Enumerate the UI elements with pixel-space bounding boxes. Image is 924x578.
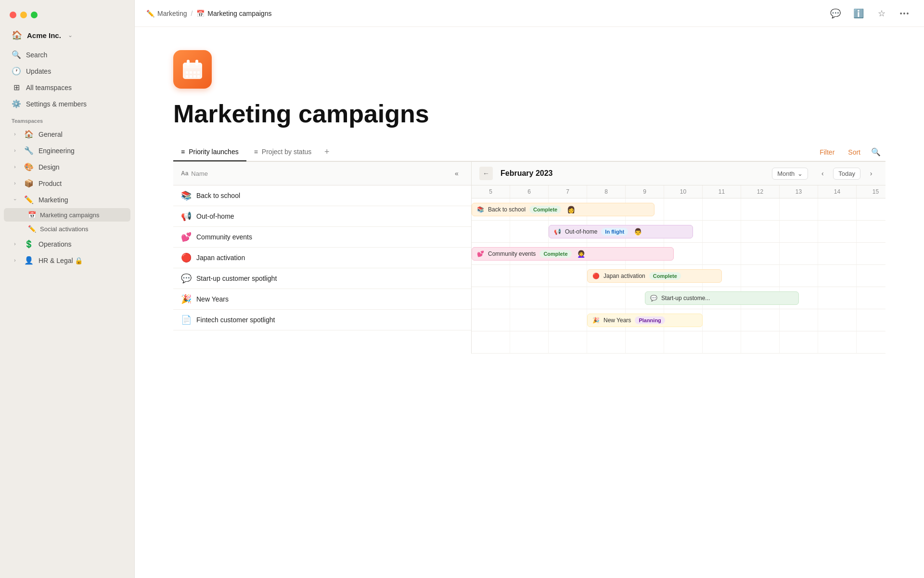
row-label: Japan activation: [196, 254, 463, 262]
palette-icon: 🎨: [24, 162, 34, 171]
sidebar-item-label: Search: [26, 51, 47, 59]
filter-button[interactable]: Filter: [814, 145, 840, 159]
timeline-cell: [857, 309, 886, 331]
svg-rect-5: [190, 71, 192, 74]
sidebar-item-updates[interactable]: 🕐 Updates: [4, 63, 130, 79]
page-icon[interactable]: [173, 50, 212, 89]
sidebar-item-design[interactable]: › 🎨 Design: [4, 159, 130, 175]
name-col-icon: Aa: [181, 170, 188, 177]
workspace-chevron-icon: ⌄: [68, 32, 73, 39]
gantt-row[interactable]: 📚 Back to school: [173, 185, 471, 206]
sidebar-item-operations[interactable]: › 💲 Operations: [4, 236, 130, 252]
sidebar-item-social-activations[interactable]: ✏️ Social activations: [4, 222, 130, 236]
sidebar-item-product[interactable]: › 📦 Product: [4, 175, 130, 191]
gantt-row[interactable]: 📢 Out-of-home: [173, 206, 471, 227]
expand-icon: ›: [12, 258, 18, 263]
breadcrumb-current[interactable]: 📅 Marketing campaigns: [196, 10, 271, 17]
svg-rect-11: [197, 75, 200, 78]
row-label: New Years: [196, 295, 463, 303]
clock-icon: 🕐: [12, 66, 21, 76]
sidebar-item-settings[interactable]: ⚙️ Settings & members: [4, 96, 130, 112]
timeline-cell: [741, 198, 780, 220]
gantt-list-panel: Aa Name « 📚 Back to school 📢 Out-of-home…: [173, 162, 472, 354]
sidebar-item-label: Updates: [26, 67, 51, 75]
timeline-cell: [818, 243, 857, 264]
teamspaces-list: › 🏠 General › 🔧 Engineering › 🎨 Design ›…: [0, 126, 134, 269]
traffic-light-red[interactable]: [10, 12, 16, 18]
traffic-light-yellow[interactable]: [20, 12, 27, 18]
gantt-bar-japan[interactable]: 🔴 Japan activation Complete: [587, 269, 722, 283]
gantt-bar-out-of-home[interactable]: 📢 Out-of-home In flight 👨: [549, 225, 693, 238]
info-button[interactable]: ℹ️: [851, 6, 866, 21]
gantt-bar-community-events[interactable]: 💕 Community events Complete 👩‍🦱: [472, 247, 674, 261]
breadcrumb-parent-label: Marketing: [157, 10, 187, 17]
wrench-icon: 🔧: [24, 146, 34, 155]
collapse-panel-button[interactable]: «: [450, 167, 463, 180]
timeline-prev-button[interactable]: ‹: [816, 167, 829, 180]
gantt-bar-startup[interactable]: 💬 Start-up custome...: [645, 291, 799, 305]
tab-label: Priority launches: [189, 148, 239, 156]
bar-icon: 🎉: [592, 317, 600, 324]
today-button[interactable]: Today: [833, 168, 860, 180]
sidebar-item-engineering[interactable]: › 🔧 Engineering: [4, 143, 130, 158]
timeline-back-button[interactable]: ←: [479, 167, 493, 180]
tab-icon: ≡: [254, 148, 258, 156]
timeline-next-button[interactable]: ›: [864, 167, 878, 180]
view-mode-chevron-icon: ⌄: [797, 170, 803, 177]
workspace-selector[interactable]: 🏠 Acme Inc. ⌄: [4, 26, 130, 44]
add-tab-button[interactable]: +: [319, 144, 334, 160]
sidebar-item-label: Marketing: [38, 196, 68, 204]
sidebar-item-all-teamspaces[interactable]: ⊞ All teamspaces: [4, 79, 130, 95]
sidebar-item-label: All teamspaces: [26, 84, 72, 92]
svg-rect-10: [193, 75, 196, 78]
row-icon: 💬: [181, 273, 192, 284]
sidebar-item-hr-legal[interactable]: › 👤 HR & Legal 🔒: [4, 252, 130, 268]
row-label: Back to school: [196, 192, 463, 199]
timeline-cell: [818, 331, 857, 353]
timeline-cell: [472, 287, 510, 309]
gantt-row[interactable]: 💬 Start-up customer spotlight: [173, 268, 471, 289]
timeline-cell: [510, 221, 549, 242]
sidebar-item-marketing-campaigns[interactable]: 📅 Marketing campaigns: [4, 208, 130, 222]
date-cell: 12: [741, 185, 780, 198]
gantt-bar-new-years[interactable]: 🎉 New Years Planning: [587, 314, 703, 327]
gantt-row[interactable]: 🎉 New Years: [173, 289, 471, 310]
timeline-cell: [780, 309, 818, 331]
page-title: Marketing campaigns: [173, 100, 886, 128]
tab-project-by-status[interactable]: ≡ Project by status: [246, 143, 320, 161]
gantt-row[interactable]: 💕 Community events: [173, 227, 471, 248]
workspace-icon: 🏠: [12, 30, 22, 40]
date-row: 5 6 7 8 9 10 11 12 13 14 15: [472, 185, 886, 198]
sidebar-nav: 🔍 Search 🕐 Updates ⊞ All teamspaces ⚙️ S…: [0, 46, 134, 112]
bar-icon: 🔴: [592, 273, 600, 279]
sort-button[interactable]: Sort: [842, 145, 866, 159]
sidebar-item-search[interactable]: 🔍 Search: [4, 47, 130, 63]
row-label: Start-up customer spotlight: [196, 275, 463, 282]
row-label: Community events: [196, 233, 463, 241]
sidebar-item-marketing[interactable]: › ✏️ Marketing: [4, 192, 130, 208]
traffic-light-green[interactable]: [31, 12, 38, 18]
workspace-name: Acme Inc.: [27, 31, 61, 39]
breadcrumb-parent[interactable]: ✏️ Marketing: [146, 10, 187, 17]
star-button[interactable]: ☆: [874, 6, 889, 21]
timeline-cell: [780, 331, 818, 353]
status-badge: In flight: [601, 228, 628, 236]
svg-rect-7: [197, 71, 200, 74]
more-button[interactable]: •••: [897, 6, 912, 21]
gantt-row[interactable]: 🔴 Japan activation: [173, 248, 471, 268]
sidebar-item-label: Settings & members: [26, 100, 87, 108]
date-cell: 5: [472, 185, 510, 198]
date-cell: 13: [780, 185, 818, 198]
gantt-bar-back-to-school[interactable]: 📚 Back to school Complete 👩: [472, 203, 654, 216]
view-mode-selector[interactable]: Month ⌄: [772, 168, 808, 180]
status-badge: Complete: [529, 206, 561, 213]
gantt-row[interactable]: 📄 Fintech customer spotlight: [173, 310, 471, 330]
timeline-cell: [703, 198, 741, 220]
sidebar-item-general[interactable]: › 🏠 General: [4, 126, 130, 142]
avatar: 👩: [565, 204, 577, 215]
person-icon: 👤: [24, 256, 34, 265]
comment-button[interactable]: 💬: [828, 6, 843, 21]
bar-icon: 💬: [650, 295, 657, 302]
search-button[interactable]: 🔍: [868, 144, 884, 160]
tab-priority-launches[interactable]: ≡ Priority launches: [173, 143, 246, 161]
